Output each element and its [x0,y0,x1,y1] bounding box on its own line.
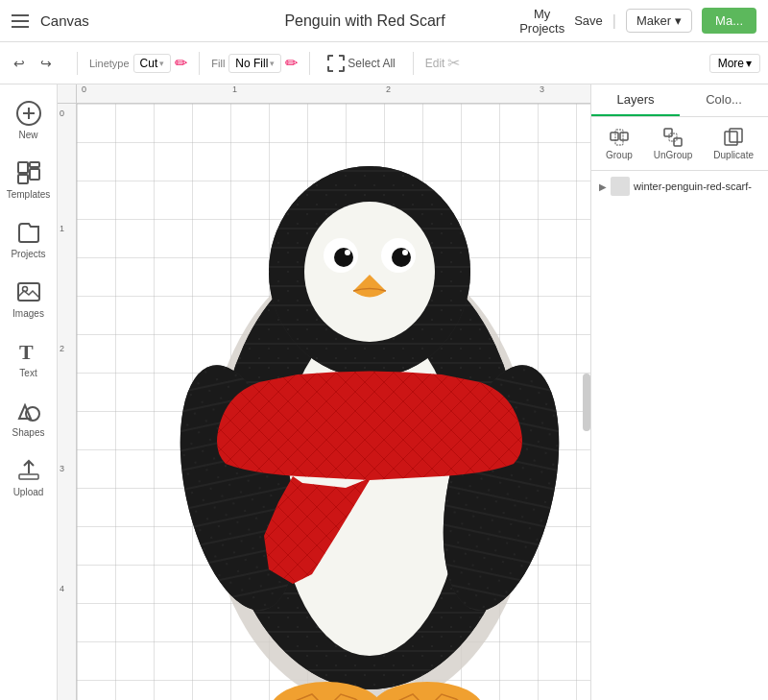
shapes-icon [15,398,42,424]
toolbar-separator-1 [77,52,78,75]
fill-select[interactable]: No Fill ▾ [228,54,281,73]
duplicate-icon [723,127,744,148]
duplicate-button[interactable]: Duplicate [708,123,759,164]
ungroup-button[interactable]: UnGroup [648,123,699,164]
group-icon [609,127,630,148]
redo-button[interactable]: ↪ [35,52,58,75]
svg-text:T: T [19,340,34,364]
ungroup-icon [662,127,684,148]
document-title: Penguin with Red Scarf [154,12,576,30]
svg-rect-4 [30,162,39,167]
toolbar-separator-4 [413,52,414,75]
right-panel: Layers Colo... Group UnGroup Duplicate ▶… [590,84,768,700]
menu-icon[interactable] [12,14,29,28]
sidebar-item-projects-label: Projects [11,249,45,259]
fill-color-indicator: ✏ [285,54,298,72]
ruler-v-2: 2 [60,344,64,353]
toolbar: ↩ ↪ Linetype Cut ▾ ✏ Fill No Fill ▾ ✏ Se… [0,42,768,84]
maker-button[interactable]: Maker ▾ [626,9,692,33]
ruler-h-1: 1 [232,84,237,94]
sidebar-item-templates-label: Templates [7,189,51,200]
undo-redo-group: ↩ ↪ [8,52,58,75]
svg-point-23 [334,248,353,267]
left-sidebar: New Templates Projects Images T [0,84,58,700]
make-button[interactable]: Ma... [702,8,756,34]
edit-icon: ✂ [447,54,460,72]
edit-button[interactable]: Edit ✂ [425,54,461,72]
sidebar-item-text-label: Text [19,368,36,378]
topbar-right: My Projects Save | Maker ▾ Ma... [576,7,768,36]
canvas-area[interactable]: 0 1 2 3 0 1 2 3 4 [58,84,590,700]
canvas-grid[interactable] [77,104,590,700]
toolbar-separator-3 [309,52,310,75]
more-label: More [718,57,744,70]
sidebar-item-images[interactable]: Images [3,271,55,326]
linetype-group: Linetype Cut ▾ ✏ [89,54,187,73]
ruler-v-1: 1 [60,224,64,233]
canvas-content[interactable] [77,104,590,700]
main-area: New Templates Projects Images T [0,84,768,700]
svg-rect-12 [19,474,38,479]
upload-icon [15,457,42,484]
sidebar-item-shapes[interactable]: Shapes [3,390,55,446]
ruler-corner [58,84,77,104]
sidebar-item-templates[interactable]: Templates [3,152,55,207]
group-button[interactable]: Group [600,123,638,164]
undo-button[interactable]: ↩ [8,52,31,75]
svg-rect-50 [730,129,742,142]
app-name: Canvas [40,12,89,29]
my-projects-button[interactable]: My Projects [519,7,564,36]
select-all-icon [327,55,345,72]
linetype-select[interactable]: Cut ▾ [133,54,172,73]
projects-icon [15,219,42,246]
ruler-h-3: 3 [540,84,544,94]
layer-name: winter-penguin-red-scarf- [634,181,752,192]
more-button[interactable]: More ▾ [709,54,760,73]
sidebar-item-text[interactable]: T Text [3,330,55,386]
more-arrow-icon: ▾ [746,57,752,70]
svg-rect-43 [611,133,618,140]
select-all-button[interactable]: Select All [322,53,400,74]
svg-rect-49 [725,132,737,145]
tab-layers[interactable]: Layers [591,84,680,116]
fill-label: Fill [211,58,225,69]
scroll-indicator[interactable] [583,374,590,431]
ruler-vertical: 0 1 2 3 4 [58,104,77,700]
ruler-v-0: 0 [60,109,64,118]
separator: | [612,12,616,30]
save-button[interactable]: Save [574,13,603,28]
text-icon: T [15,338,42,365]
sidebar-item-new[interactable]: New [3,92,55,148]
svg-rect-5 [30,169,39,180]
sidebar-item-upload[interactable]: Upload [3,449,55,505]
linetype-arrow-icon: ▾ [159,59,164,68]
sidebar-item-shapes-label: Shapes [12,427,45,438]
chevron-down-icon: ▾ [675,13,682,28]
group-label: Group [606,150,633,160]
fill-arrow-icon: ▾ [270,59,275,68]
layer-row[interactable]: ▶ winter-penguin-red-scarf- [591,171,768,202]
edit-label: Edit [425,57,445,70]
ruler-h-0: 0 [82,84,86,94]
svg-point-20 [304,202,435,342]
sidebar-item-projects[interactable]: Projects [3,211,55,267]
svg-point-24 [392,248,411,267]
svg-rect-48 [669,133,677,141]
svg-rect-6 [18,175,28,183]
ruler-v-3: 3 [60,464,64,473]
linetype-label: Linetype [89,58,130,69]
layer-actions: Group UnGroup Duplicate [591,117,768,171]
select-all-label: Select All [348,57,395,70]
fill-group: Fill No Fill ▾ ✏ [211,54,298,73]
duplicate-label: Duplicate [713,150,754,160]
penguin-image[interactable] [154,123,586,700]
svg-point-26 [402,250,408,255]
linetype-color-indicator: ✏ [175,54,187,72]
sidebar-item-upload-label: Upload [13,487,44,497]
topbar-left: Canvas [0,12,154,29]
svg-rect-3 [18,162,28,173]
svg-rect-47 [674,138,682,146]
tab-color[interactable]: Colo... [680,84,768,116]
topbar: Canvas Penguin with Red Scarf My Project… [0,0,768,42]
images-icon [15,278,42,305]
